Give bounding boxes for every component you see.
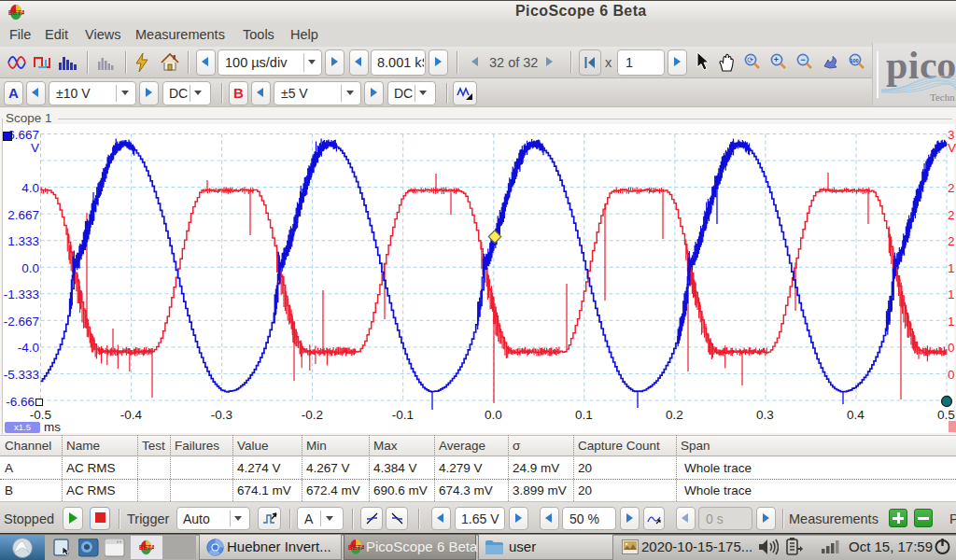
svg-text:BETA: BETA	[348, 544, 364, 551]
svg-text:BETA: BETA	[139, 544, 154, 551]
